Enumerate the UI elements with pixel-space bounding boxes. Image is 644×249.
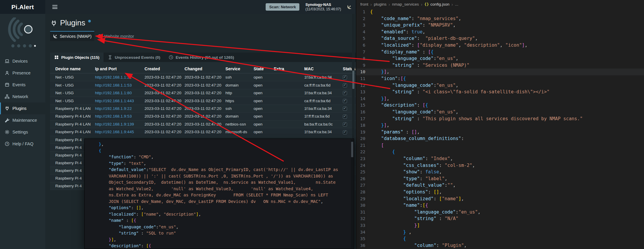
cell-changed: 2023-03-11 02:47:20 xyxy=(183,89,224,97)
satellite-dish-icon[interactable] xyxy=(347,5,352,9)
editor-line-number: 6 xyxy=(356,42,370,49)
editor-line-text: "description": [{ xyxy=(370,102,644,109)
editor-line-number: 11 xyxy=(356,75,370,82)
editor-line[interactable]: 30 "name":[{ xyxy=(356,202,644,209)
editor-line[interactable]: 1{ xyxy=(356,9,644,15)
editor-line[interactable]: 10 }], xyxy=(356,69,644,75)
editor-line[interactable]: 8 "language_code":"en_us", xyxy=(356,55,644,62)
breadcrumb-item-config-json[interactable]: {}config.json xyxy=(425,2,450,6)
editor-line[interactable]: 2 "code_name": "nmap_services", xyxy=(356,15,644,22)
subtab-plugin-objects-115[interactable]: Plugin Objects (115) xyxy=(50,53,104,62)
sidebar-item-plugins[interactable]: Plugins xyxy=(0,102,45,114)
editor-line[interactable]: 16 "language_code":"en_us", xyxy=(356,109,644,115)
ip-port-link[interactable]: http://192.168.1.9:139 xyxy=(95,122,134,126)
editor-line[interactable]: 34 } , xyxy=(356,229,644,236)
breadcrumb-item-more[interactable]: ... xyxy=(455,2,458,6)
row-checkbox[interactable] xyxy=(343,91,347,95)
ip-port-link[interactable]: http://192.168.1.1:80 xyxy=(95,91,132,95)
row-checkbox[interactable] xyxy=(343,99,347,103)
editor-line[interactable]: 6 "localized": ["display_name", "descrip… xyxy=(356,42,644,49)
scrollbar-thumb[interactable] xyxy=(352,71,354,89)
ip-port-link[interactable]: http://192.168.1.9:22 xyxy=(95,106,132,111)
row-checkbox[interactable] xyxy=(343,83,347,87)
cell-mac: 1f:ba:ff:ca:ba:34 xyxy=(303,89,341,97)
editor-line[interactable]: 22 { xyxy=(356,149,644,155)
editor-line[interactable]: 28 "options": [], xyxy=(356,189,644,196)
editor-line[interactable]: 24 "css_classes": "col-sm-2", xyxy=(356,162,644,169)
cell-extra xyxy=(272,97,302,105)
editor-line[interactable]: 18 }], xyxy=(356,122,644,129)
overlay-code-line: "localized": ["name", "description"], xyxy=(89,211,354,218)
cell-created: 2023-03-11 02:47:20 xyxy=(143,128,183,136)
row-checkbox[interactable] xyxy=(343,115,347,119)
breadcrumb-label: plugins xyxy=(374,2,387,6)
cell-service: ssh xyxy=(224,105,252,112)
cell-state: open xyxy=(252,73,272,81)
ip-port-link[interactable]: http://192.168.1.9:53 xyxy=(95,114,132,118)
brand-logo[interactable]: Pi.Alert xyxy=(0,0,45,14)
editor-line[interactable]: 21 [ xyxy=(356,142,644,149)
device-info: Synology-NAS (11/03/2023, 15:46:07) xyxy=(305,2,341,12)
editor-line-text: }] xyxy=(370,222,644,229)
editor-line-number: 4 xyxy=(356,29,370,35)
sidebar-item-maintenance[interactable]: Maintenance xyxy=(0,114,45,126)
breadcrumb-item-front[interactable]: front xyxy=(360,2,368,6)
ip-port-link[interactable]: http://192.168.1.1:22 xyxy=(95,75,132,79)
editor-line[interactable]: 32 "string" : "N/A" xyxy=(356,215,644,222)
editor-code[interactable]: 1{2 "code_name": "nmap_services",3 "uniq… xyxy=(356,9,644,249)
subtab-events-history-50-out-of-1265[interactable]: Events History (50 out of 1265) xyxy=(164,53,238,62)
sidebar-item-devices[interactable]: Devices xyxy=(0,55,45,67)
editor-line[interactable]: 27 "default_value":"", xyxy=(356,182,644,189)
editor-line[interactable]: 36 "column": "Plugin", xyxy=(356,242,644,249)
sidebar-item-network[interactable]: Network xyxy=(0,91,45,102)
table-row: Net - USGhttp://192.168.1.1:532023-03-11… xyxy=(50,81,356,89)
sidebar-item-events[interactable]: Events xyxy=(0,79,45,91)
editor-line[interactable]: 7 "display_name" : [{ xyxy=(356,49,644,56)
breadcrumb-item-nmap-services[interactable]: nmap_services xyxy=(392,2,419,6)
sidebar-item-label: Plugins xyxy=(12,106,27,111)
editor-line[interactable]: 3 "unique_prefix": "NMAPSRV", xyxy=(356,22,644,29)
editor-line[interactable]: 23 "column": "Index", xyxy=(356,155,644,162)
sidebar-toggle-button[interactable] xyxy=(51,3,59,11)
overlay-code-line: "description": [{ xyxy=(89,243,354,249)
overlay-scrollbar[interactable] xyxy=(351,139,354,248)
editor-line-text: "string" : "N/A" xyxy=(370,215,644,222)
editor-line[interactable]: 33 }] xyxy=(356,222,644,229)
editor-line-text: [ xyxy=(370,142,644,149)
editor-line[interactable]: 12 "language_code":"en_us", xyxy=(356,82,644,89)
editor-line[interactable]: 13 "string" : "<i class=\"fa-solid fa-sa… xyxy=(356,89,644,95)
sidebar-item-help-faq[interactable]: ?Help / FAQ xyxy=(0,138,45,150)
editor-line[interactable]: 19 "params" : [], xyxy=(356,129,644,136)
sidebar-item-presence[interactable]: Presence xyxy=(0,67,45,79)
editor-line[interactable]: 17 "string" : "This plugin shows all ser… xyxy=(356,115,644,122)
ip-port-link[interactable]: http://192.168.1.1:53 xyxy=(95,83,132,87)
editor-line[interactable]: 4 "enabled": true, xyxy=(356,29,644,35)
editor-line[interactable]: 9 "string" : "Services (NMAP)" xyxy=(356,62,644,69)
editor-line[interactable]: 26 "type": "label", xyxy=(356,175,644,182)
editor-line[interactable]: 20 "database_column_definitions": xyxy=(356,135,644,142)
scrollbar-thumb[interactable] xyxy=(351,142,353,157)
row-checkbox[interactable] xyxy=(343,107,347,111)
breadcrumb-item-plugins[interactable]: plugins xyxy=(374,2,387,6)
row-checkbox[interactable] xyxy=(343,75,347,79)
tab-services-nmap[interactable]: Services (NMAP) xyxy=(50,31,94,41)
tab-website-monitor[interactable]: Website monitor xyxy=(94,31,137,41)
sidebar-item-settings[interactable]: Settings xyxy=(0,126,45,138)
editor-line[interactable]: 29 "localized": ["name"], xyxy=(356,196,644,202)
cell-changed: 2023-03-11 02:47:20 xyxy=(183,97,224,105)
editor-line[interactable]: 25 "show": false, xyxy=(356,169,644,175)
editor-line[interactable]: 11 "icon":[{ xyxy=(356,75,644,82)
code-editor: front›plugins›nmap_services›{}config.jso… xyxy=(356,0,644,249)
editor-line[interactable]: 15 "description": [{ xyxy=(356,102,644,109)
editor-line-text: { xyxy=(370,235,644,242)
subtab-unprocessed-events-0[interactable]: Unprocessed Events (0) xyxy=(104,53,164,62)
ip-port-link[interactable]: http://192.168.1.1:443 xyxy=(95,99,134,103)
editor-line[interactable]: 31 "language_code":"en_us", xyxy=(356,209,644,216)
ip-port-link[interactable]: http://192.168.1.9:445 xyxy=(95,130,134,134)
editor-line[interactable]: 35 { xyxy=(356,235,644,242)
row-checkbox[interactable] xyxy=(343,130,347,134)
editor-line[interactable]: 14 }], xyxy=(356,95,644,102)
row-checkbox[interactable] xyxy=(343,122,347,126)
cell-mac: 1f:ba:ff:ca:ba:34 xyxy=(303,73,341,81)
editor-line[interactable]: 5 "data_source": "pialert-db-query", xyxy=(356,35,644,42)
